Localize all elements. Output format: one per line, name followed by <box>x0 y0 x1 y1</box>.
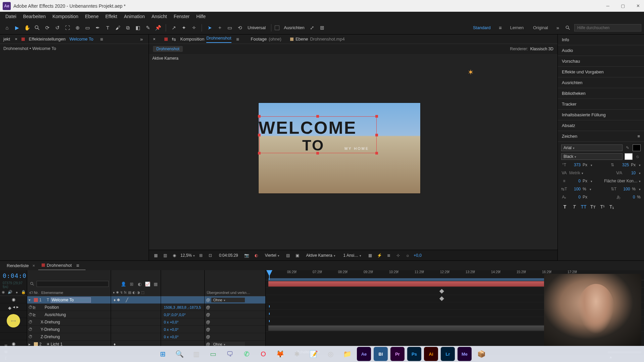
rotation-tool-icon[interactable]: ↺ <box>53 23 62 32</box>
close-button[interactable]: ✕ <box>635 3 641 9</box>
menu-komposition[interactable]: Komposition <box>49 12 82 21</box>
stroke-swatch[interactable] <box>625 153 633 160</box>
menu-datei[interactable]: Datei <box>2 12 20 21</box>
footage-tab[interactable]: Footage (ohne) <box>250 37 283 42</box>
lock-col-icon[interactable]: 🔒 <box>21 289 26 295</box>
project-tab[interactable]: jekt <box>3 37 11 42</box>
selection-handle[interactable] <box>316 115 319 118</box>
menu-hilfe[interactable]: Hilfe <box>193 12 209 21</box>
renderer-info[interactable]: Renderer: Klassisch 3D <box>510 47 553 51</box>
pen-tool-icon[interactable]: ✒ <box>93 23 102 32</box>
frame-blend-toggle-icon[interactable]: ⊞ <box>128 281 135 287</box>
video-toggle-icon[interactable]: ◉ <box>12 341 15 346</box>
layer-label-swatch[interactable] <box>34 342 38 346</box>
menu-ansicht[interactable]: Ansicht <box>148 12 170 21</box>
panel-content-aware[interactable]: Inhaltsbasierte Füllung <box>558 110 644 120</box>
selection-handle[interactable] <box>375 134 378 136</box>
pickwhip-icon[interactable]: @ <box>206 305 210 310</box>
timeline-search-icon[interactable] <box>29 281 35 287</box>
selection-handle[interactable] <box>375 115 378 118</box>
snap-options-icon[interactable]: ⤢ <box>308 23 317 32</box>
label-col-icon[interactable]: 🏷 <box>29 291 34 295</box>
selection-handle[interactable] <box>375 152 378 155</box>
3d-plus-icon[interactable]: ＋ <box>215 23 224 32</box>
hand-tool-icon[interactable]: ✋ <box>23 23 32 32</box>
snapshot-icon[interactable]: 📷 <box>244 252 250 259</box>
orientation-value[interactable]: 0,0°,0,0°,0,0° <box>162 313 185 317</box>
teams-icon[interactable]: 🗨 <box>223 347 237 361</box>
panel-libraries[interactable]: Bibliotheken <box>558 88 644 99</box>
x-rotation-value[interactable]: 0 x +0,0° <box>162 320 178 324</box>
resolution-dropdown[interactable]: Viertel <box>262 253 282 258</box>
twisty-down-icon[interactable]: ▾ <box>29 298 33 302</box>
layer-tab[interactable]: Ebene Drohnenshot.mp4 <box>289 37 346 42</box>
media-encoder-icon[interactable]: Me <box>458 347 472 361</box>
comp-breadcrumb-item[interactable]: Drohnenshot <box>153 46 183 52</box>
selection-handle[interactable] <box>258 152 261 155</box>
property-y-rotation-row[interactable]: ⏱Y-Drehung <box>27 326 111 333</box>
eyedropper-icon[interactable]: ✎ <box>625 145 631 151</box>
3d-arrow-icon[interactable]: ➤ <box>205 23 214 32</box>
channel-icon[interactable]: ◐ <box>253 252 260 259</box>
workspace-overflow-icon[interactable]: » <box>553 23 562 32</box>
font-size-value[interactable]: 373 <box>569 163 581 167</box>
whatsapp-icon[interactable]: ✆ <box>239 347 254 361</box>
num-views-dropdown[interactable]: 1 Ansi… <box>341 253 364 258</box>
workspace-original[interactable]: Original <box>529 23 552 32</box>
add-keyframe-diamond-icon[interactable]: ◆ <box>8 305 11 309</box>
font-weight-dropdown[interactable]: Black <box>561 153 623 160</box>
prev-key-icon[interactable]: ◂ <box>13 304 15 309</box>
help-search-input[interactable] <box>574 24 641 32</box>
workspace-standard[interactable]: Standard <box>469 23 495 32</box>
effect-controls-tab[interactable]: Effekteinstellungen Welcome To <box>28 37 94 42</box>
pixel-aspect-icon[interactable]: ▦ <box>367 252 373 259</box>
task-view-icon[interactable]: ▥ <box>189 347 203 361</box>
home-tool-icon[interactable]: ⌂ <box>3 23 11 32</box>
lightroom-icon[interactable]: Lr <box>441 347 455 361</box>
roto-tool-icon[interactable]: ✎ <box>144 23 152 32</box>
stroke-width-value[interactable]: 0 <box>569 179 581 183</box>
subscript-button[interactable]: T₁ <box>608 203 615 210</box>
stopwatch-icon[interactable]: ⏱ <box>29 312 33 317</box>
comp-tab-target[interactable]: Drohnenshot <box>206 36 231 43</box>
pickwhip-icon[interactable]: @ <box>206 312 210 317</box>
type-tool-icon[interactable]: T <box>103 23 112 32</box>
light-icon[interactable]: ✶ <box>468 68 474 77</box>
panel-audio[interactable]: Audio <box>558 45 644 56</box>
tsume-value[interactable]: 0 <box>624 195 635 199</box>
eraser-tool-icon[interactable]: ◧ <box>133 23 142 32</box>
panel-menu-icon[interactable]: ≡ <box>637 134 640 139</box>
3d-rect-icon[interactable]: ▭ <box>225 23 234 32</box>
roi-icon[interactable]: ⊡ <box>207 252 214 259</box>
panel-character-header[interactable]: Zeichen≡ <box>558 131 644 142</box>
panel-align[interactable]: Ausrichten <box>558 77 644 88</box>
puppet-tool-icon[interactable]: 📌 <box>154 23 162 32</box>
comp-mini-flow-icon[interactable]: ⇆ <box>170 35 178 44</box>
baseline-value[interactable]: 0 <box>569 195 581 199</box>
menu-animation[interactable]: Animation <box>120 12 148 21</box>
stopwatch-icon[interactable]: ⏱ <box>29 320 33 324</box>
timeline-comp-tab[interactable]: Drohnenshot ≡ <box>38 261 85 270</box>
camera-tool-icon[interactable]: ⛶ <box>63 23 72 32</box>
panel-tracker[interactable]: Tracker <box>558 99 644 110</box>
shape-tool-icon[interactable]: ▭ <box>83 23 92 32</box>
panel-info[interactable]: Info <box>558 35 644 45</box>
opera-icon[interactable]: O <box>256 347 270 361</box>
stopwatch-icon[interactable]: ⏱ <box>29 305 33 310</box>
selection-tool-icon[interactable]: ▶ <box>13 23 21 32</box>
menu-ebene[interactable]: Ebene <box>82 12 102 21</box>
hscale-value[interactable]: 100 <box>569 187 581 191</box>
italic-button[interactable]: T <box>571 203 578 210</box>
menu-bearbeiten[interactable]: Bearbeiten <box>20 12 49 21</box>
start-button[interactable]: ⊞ <box>156 347 170 361</box>
playhead[interactable] <box>269 270 270 280</box>
local-axis-icon[interactable]: ↗ <box>169 23 178 32</box>
pan-behind-tool-icon[interactable]: ⊕ <box>73 23 82 32</box>
app-icon[interactable]: ✱ <box>290 347 304 361</box>
taskbar-search-icon[interactable]: 🔍 <box>172 347 186 361</box>
exposure-reset-icon[interactable]: ☼ <box>404 252 411 259</box>
notes-icon[interactable]: 📝 <box>307 347 321 361</box>
no-stroke-icon[interactable]: ⦸ <box>635 154 641 160</box>
firefox-icon[interactable]: 🦊 <box>273 347 287 361</box>
keyframe-diamond-icon[interactable] <box>439 296 444 301</box>
